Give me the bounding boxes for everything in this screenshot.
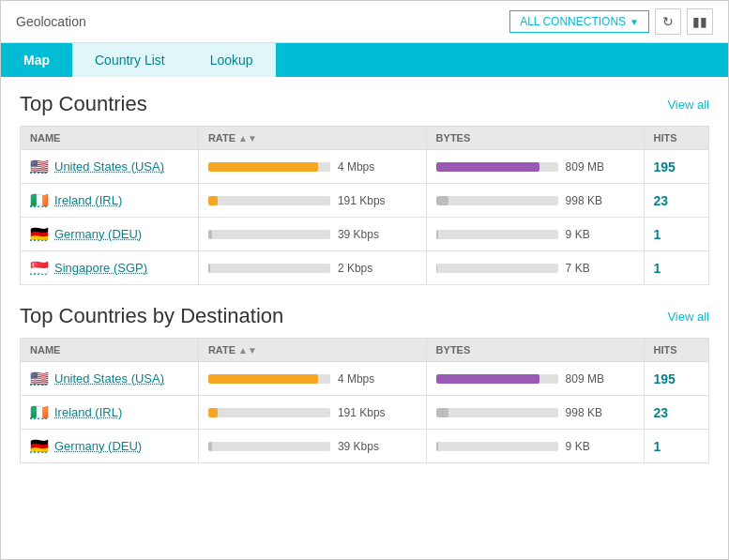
bytes-bar-fill [436,374,540,384]
bytes-unit: KB [587,194,602,207]
bytes-bar-fill [436,264,437,273]
bytes-unit: KB [575,440,590,453]
bytes-bar-fill [436,408,448,417]
connections-label: ALL CONNECTIONS [520,15,626,28]
hits-value: 23 [654,405,669,420]
country-name-link[interactable]: 🇺🇸 United States (USA) [30,158,189,175]
rate-value: 39 Kbps [338,228,379,241]
hits-cell: 195 [644,150,708,184]
bytes-bar-cell: 9 KB [436,228,634,241]
hits-value: 195 [654,371,676,386]
rate-bar-fill [208,196,218,205]
bytes-unit: KB [575,262,590,275]
bytes-cell: 7 KB [426,251,644,285]
country-name-link[interactable]: 🇩🇪 Germany (DEU) [30,437,189,455]
bytes-value: 809 MB [566,160,604,174]
rate-unit: Kbps [347,262,372,275]
bytes-bar-fill [436,442,439,451]
col-bytes-dest: BYTES [426,339,644,362]
col-name-dest: NAME [21,339,199,362]
rate-bar-fill [208,264,211,273]
rate-bar-track [208,162,330,172]
rate-unit: Mbps [347,160,374,174]
tab-bar: Map Country List Lookup [1,43,728,77]
bytes-unit: MB [587,372,604,386]
bytes-value: 7 KB [566,262,590,275]
bytes-cell: 809 MB [426,150,644,184]
name-cell: 🇸🇬 Singapore (SGP) [21,251,199,285]
tab-map[interactable]: Map [1,43,72,77]
rate-bar-track [208,374,330,384]
sort-icon: ▲▼ [238,133,257,144]
top-destination-title: Top Countries by Destination [20,304,283,328]
table-row: 🇺🇸 United States (USA) 4 Mbps 809 MB 195 [21,150,709,184]
bytes-bar-cell: 998 KB [436,406,634,419]
bytes-bar-cell: 809 MB [436,160,634,174]
rate-value: 2 Kbps [338,262,372,275]
pause-button[interactable]: ▮▮ [687,8,713,35]
rate-bar-track [208,408,330,417]
country-name-text: Germany (DEU) [54,439,142,453]
header-controls: ALL CONNECTIONS ▼ ↻ ▮▮ [509,8,713,35]
connections-button[interactable]: ALL CONNECTIONS ▼ [509,10,649,33]
top-countries-section: Top Countries View all NAME RATE ▲▼ BYTE… [20,92,709,285]
country-name-text: United States (USA) [54,371,164,386]
flag-icon: 🇮🇪 [30,191,49,209]
chevron-down-icon: ▼ [630,17,639,27]
rate-bar-track [208,264,330,273]
country-name-link[interactable]: 🇸🇬 Singapore (SGP) [30,259,189,277]
rate-cell: 4 Mbps [198,362,426,396]
tab-lookup[interactable]: Lookup [188,43,276,77]
country-name-link[interactable]: 🇩🇪 Germany (DEU) [30,225,189,243]
country-name-link[interactable]: 🇺🇸 United States (USA) [30,370,189,387]
bytes-bar-fill [436,230,439,239]
bytes-value: 809 MB [566,372,604,386]
col-rate[interactable]: RATE ▲▼ [198,127,426,150]
rate-cell: 191 Kbps [198,396,426,430]
table-row: 🇸🇬 Singapore (SGP) 2 Kbps 7 KB 1 [21,251,709,285]
rate-value: 191 Kbps [338,194,386,207]
bytes-bar-cell: 9 KB [436,440,634,453]
col-bytes: BYTES [426,127,644,150]
name-cell: 🇮🇪 Ireland (IRL) [21,396,199,430]
main-content: Top Countries View all NAME RATE ▲▼ BYTE… [1,77,728,497]
country-name-link[interactable]: 🇮🇪 Ireland (IRL) [30,403,189,421]
name-cell: 🇩🇪 Germany (DEU) [21,218,199,251]
country-name-text: Ireland (IRL) [54,405,122,419]
bytes-bar-cell: 7 KB [436,262,634,275]
rate-value: 39 Kbps [338,440,379,453]
rate-bar-cell: 191 Kbps [208,194,417,207]
top-destination-view-all[interactable]: View all [667,310,709,324]
rate-cell: 191 Kbps [198,184,426,218]
top-countries-view-all[interactable]: View all [667,98,709,112]
flag-icon: 🇮🇪 [30,403,49,421]
country-name-text: United States (USA) [54,159,164,174]
country-name-link[interactable]: 🇮🇪 Ireland (IRL) [30,191,189,209]
rate-bar-fill [208,230,212,239]
hits-cell: 1 [644,218,708,251]
tab-country-list[interactable]: Country List [72,43,188,77]
flag-icon: 🇩🇪 [30,225,49,243]
rate-bar-cell: 4 Mbps [208,160,417,174]
name-cell: 🇺🇸 United States (USA) [21,150,199,184]
table-row: 🇮🇪 Ireland (IRL) 191 Kbps 998 KB 23 [21,184,709,218]
rate-bar-track [208,442,330,451]
rate-bar-cell: 39 Kbps [208,228,417,241]
rate-bar-cell: 39 Kbps [208,440,417,453]
rate-bar-fill [208,408,218,417]
rate-bar-cell: 4 Mbps [208,372,417,386]
rate-unit: Kbps [354,228,379,241]
bytes-bar-cell: 998 KB [436,194,634,207]
col-rate-dest[interactable]: RATE ▲▼ [198,339,426,362]
rate-cell: 4 Mbps [198,150,426,184]
hits-cell: 23 [644,184,708,218]
refresh-button[interactable]: ↻ [655,8,681,35]
bytes-bar-fill [436,196,448,205]
rate-bar-cell: 191 Kbps [208,406,417,419]
bytes-bar-track [436,230,558,239]
rate-cell: 39 Kbps [198,430,426,463]
bytes-cell: 9 KB [426,218,644,251]
rate-bar-cell: 2 Kbps [208,262,417,275]
rate-value: 4 Mbps [338,160,374,174]
hits-value: 195 [654,159,676,174]
